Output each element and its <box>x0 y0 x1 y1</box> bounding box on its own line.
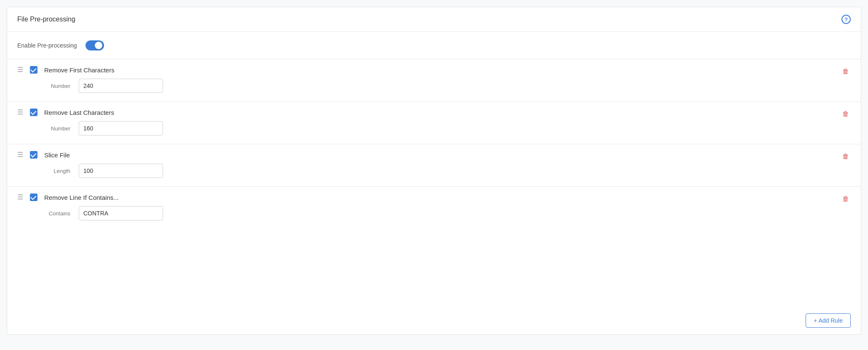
rule-label-2: Remove Last Characters <box>44 109 114 116</box>
rule-label-3: Slice File <box>44 151 70 159</box>
help-icon[interactable]: ? <box>841 15 851 24</box>
rule-checkbox-1[interactable] <box>30 66 37 74</box>
rule-field-row-4: Contains <box>17 206 851 220</box>
rule-field-input-2[interactable] <box>79 121 163 135</box>
rule-label-1: Remove First Characters <box>44 66 115 74</box>
rule-checkbox-2[interactable] <box>30 109 37 116</box>
rule-row-3: ☰ Slice File Length 🗑 <box>7 144 861 186</box>
rule-delete-button-1[interactable]: 🗑 <box>841 67 851 76</box>
rule-header-1: ☰ Remove First Characters <box>17 66 851 74</box>
rules-container: ☰ Remove First Characters Number 🗑 ☰ Rem… <box>7 59 861 229</box>
rule-field-row-1: Number <box>17 79 851 93</box>
rule-delete-button-3[interactable]: 🗑 <box>841 152 851 161</box>
rule-field-label-4: Contains <box>41 210 70 217</box>
panel-footer: + Add Rule <box>796 307 861 334</box>
rule-label-4: Remove Line If Contains... <box>44 194 119 201</box>
rule-field-label-3: Length <box>41 168 70 174</box>
rule-header-2: ☰ Remove Last Characters <box>17 109 851 116</box>
rule-checkbox-3[interactable] <box>30 151 37 159</box>
panel-title: File Pre-processing <box>17 16 75 23</box>
rule-row-2: ☰ Remove Last Characters Number 🗑 <box>7 101 861 144</box>
rule-delete-button-4[interactable]: 🗑 <box>841 194 851 204</box>
rule-field-input-1[interactable] <box>79 79 163 93</box>
rule-row-1: ☰ Remove First Characters Number 🗑 <box>7 59 861 101</box>
drag-handle-2[interactable]: ☰ <box>17 109 23 116</box>
rule-field-label-2: Number <box>41 125 70 132</box>
drag-handle-3[interactable]: ☰ <box>17 151 23 158</box>
rule-checkbox-4[interactable] <box>30 194 37 201</box>
drag-handle-1[interactable]: ☰ <box>17 66 23 73</box>
enable-preprocessing-toggle[interactable] <box>85 40 104 50</box>
drag-handle-4[interactable]: ☰ <box>17 194 23 201</box>
add-rule-button[interactable]: + Add Rule <box>806 313 851 328</box>
rule-field-input-3[interactable] <box>79 164 163 178</box>
rule-header-4: ☰ Remove Line If Contains... <box>17 194 851 201</box>
enable-preprocessing-row: Enable Pre-processing <box>7 32 861 59</box>
enable-preprocessing-label: Enable Pre-processing <box>17 42 77 49</box>
rule-header-3: ☰ Slice File <box>17 151 851 159</box>
rule-field-row-3: Length <box>17 164 851 178</box>
rule-delete-button-2[interactable]: 🗑 <box>841 109 851 119</box>
rule-field-label-1: Number <box>41 83 70 89</box>
panel-header: File Pre-processing ? <box>7 7 861 32</box>
file-preprocessing-panel: File Pre-processing ? Enable Pre-process… <box>7 7 861 335</box>
rule-row-4: ☰ Remove Line If Contains... Contains 🗑 <box>7 186 861 229</box>
rule-field-row-2: Number <box>17 121 851 135</box>
toggle-track <box>85 40 104 50</box>
toggle-thumb <box>95 42 102 49</box>
rule-field-input-4[interactable] <box>79 206 163 220</box>
